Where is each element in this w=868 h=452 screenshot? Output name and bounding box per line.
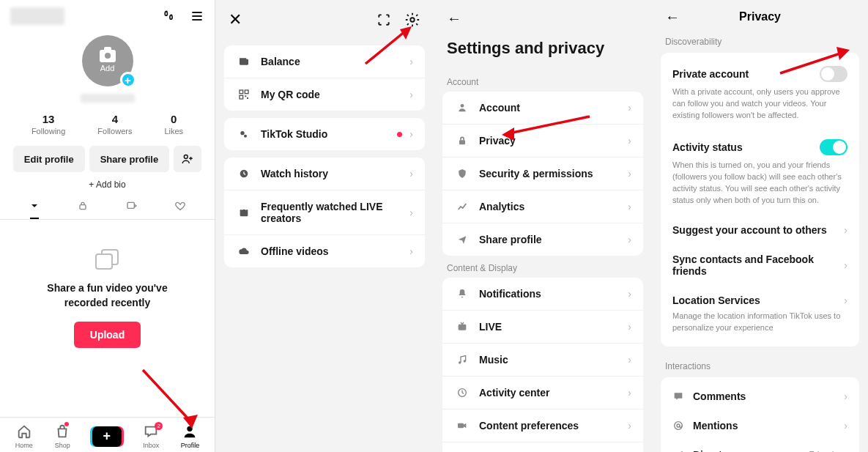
music-icon	[454, 354, 470, 366]
shield-icon	[454, 168, 470, 179]
private-account-row[interactable]: Private account With a private account, …	[661, 57, 859, 130]
profile-menu-screen: ✕ Balance › My QR code › TikTok Studio ›	[215, 0, 434, 452]
activity-center-row[interactable]: Activity center ›	[442, 376, 643, 409]
chevron-right-icon: ›	[409, 56, 413, 67]
gear-icon[interactable]	[404, 12, 420, 28]
nav-shop[interactable]: Shop	[54, 423, 70, 449]
back-arrow-icon[interactable]: ←	[447, 10, 461, 27]
nav-create-button[interactable]: +	[92, 426, 122, 447]
footprints-icon[interactable]	[162, 9, 177, 23]
edit-profile-button[interactable]: Edit profile	[13, 146, 85, 172]
page-title: Privacy	[739, 10, 781, 23]
notification-dot-icon	[397, 132, 402, 137]
share-profile-row[interactable]: Share profile ›	[442, 223, 643, 256]
stat-following[interactable]: 13 Following	[31, 113, 65, 136]
sync-contacts-row[interactable]: Sync contacts and Facebook friends ›	[661, 245, 859, 286]
svg-rect-20	[459, 325, 467, 330]
watch-history-row[interactable]: Watch history ›	[224, 158, 425, 190]
profile-screen: Add + 13 Following 4 Followers 0 Likes E…	[0, 0, 215, 452]
chevron-right-icon: ›	[844, 259, 847, 271]
svg-rect-19	[459, 140, 465, 144]
security-row[interactable]: Security & permissions ›	[442, 157, 643, 190]
svg-rect-10	[240, 95, 243, 99]
chevron-right-icon: ›	[628, 288, 631, 300]
section-account-label: Account	[434, 70, 652, 92]
wallet-icon	[236, 56, 252, 67]
svg-rect-7	[240, 58, 246, 60]
stat-followers[interactable]: 4 Followers	[97, 113, 132, 136]
offline-videos-row[interactable]: Offline videos ›	[224, 234, 425, 267]
bell-icon	[454, 288, 470, 300]
svg-rect-8	[240, 90, 243, 94]
ads-row[interactable]: Ads ›	[442, 442, 643, 452]
add-bio-button[interactable]: + Add bio	[0, 179, 215, 190]
suggest-account-row[interactable]: Suggest your account to others ›	[661, 215, 859, 245]
music-row[interactable]: Music ›	[442, 343, 643, 376]
close-icon[interactable]: ✕	[229, 10, 242, 29]
svg-point-22	[464, 360, 466, 362]
tab-dropdown-icon[interactable]	[30, 200, 39, 219]
chevron-right-icon: ›	[628, 201, 631, 212]
image-stack-icon	[95, 249, 120, 271]
analytics-row[interactable]: Analytics ›	[442, 190, 643, 223]
tab-repost-icon[interactable]	[108, 200, 156, 213]
chevron-right-icon: ›	[628, 354, 631, 366]
chevron-right-icon: ›	[628, 321, 631, 333]
chevron-right-icon: ›	[844, 390, 847, 402]
plus-badge-icon[interactable]: +	[120, 72, 136, 88]
chevron-right-icon: ›	[844, 420, 847, 431]
tv-icon	[454, 321, 470, 333]
activity-status-toggle[interactable]	[820, 139, 847, 155]
mentions-row[interactable]: Mentions ›	[661, 411, 859, 440]
section-content-label: Content & Display	[434, 256, 652, 278]
video-icon	[454, 420, 470, 431]
nav-inbox[interactable]: 2 Inbox	[143, 423, 159, 449]
balance-row[interactable]: Balance ›	[224, 45, 425, 78]
svg-point-0	[185, 155, 188, 159]
comments-row[interactable]: Comments ›	[661, 382, 859, 411]
add-friend-button[interactable]	[174, 146, 201, 172]
lock-icon	[454, 135, 470, 147]
svg-point-21	[459, 361, 461, 363]
username-blur	[10, 7, 64, 25]
scan-icon[interactable]	[376, 12, 391, 27]
privacy-row[interactable]: Privacy ›	[442, 124, 643, 157]
chevron-right-icon: ›	[628, 168, 631, 179]
stat-likes[interactable]: 0 Likes	[164, 113, 183, 136]
tiktok-studio-row[interactable]: TikTok Studio ›	[224, 118, 425, 150]
frequently-watched-row[interactable]: Frequently watched LIVE creators ›	[224, 190, 425, 234]
live-row[interactable]: LIVE ›	[442, 310, 643, 343]
private-account-toggle[interactable]	[820, 66, 847, 82]
avatar-add[interactable]: Add +	[82, 35, 133, 86]
svg-point-18	[461, 104, 464, 108]
section-interactions-label: Interactions	[652, 357, 868, 377]
menu-icon[interactable]	[190, 9, 204, 23]
upload-button[interactable]: Upload	[74, 322, 141, 348]
chevron-right-icon: ›	[409, 89, 413, 100]
tab-private-icon[interactable]	[59, 200, 107, 213]
at-icon	[672, 420, 684, 431]
direct-messages-row[interactable]: Direct messages Friends ›	[661, 440, 859, 452]
studio-icon	[236, 128, 252, 140]
chevron-right-icon: ›	[628, 102, 631, 114]
account-row[interactable]: Account ›	[442, 92, 643, 124]
activity-status-row[interactable]: Activity status When this is turned on, …	[661, 130, 859, 215]
location-services-row[interactable]: Location Services › Manage the location …	[661, 286, 859, 343]
share-profile-button[interactable]: Share profile	[89, 146, 169, 172]
svg-rect-11	[245, 95, 246, 97]
svg-rect-12	[247, 97, 248, 99]
svg-rect-1	[80, 205, 86, 210]
qr-code-row[interactable]: My QR code ›	[224, 78, 425, 111]
content-preferences-row[interactable]: Content preferences ›	[442, 409, 643, 442]
nav-home[interactable]: Home	[15, 423, 33, 449]
section-discoverability-label: Discoverability	[652, 32, 868, 53]
comment-icon	[672, 390, 684, 402]
nav-profile[interactable]: Profile	[181, 423, 200, 449]
tab-liked-icon[interactable]	[156, 200, 204, 213]
back-arrow-icon[interactable]: ←	[665, 9, 680, 26]
chevron-right-icon: ›	[844, 449, 847, 452]
person-icon	[454, 102, 470, 114]
notifications-row[interactable]: Notifications ›	[442, 278, 643, 310]
stats-row: 13 Following 4 Followers 0 Likes	[0, 113, 215, 136]
share-icon	[454, 234, 470, 245]
